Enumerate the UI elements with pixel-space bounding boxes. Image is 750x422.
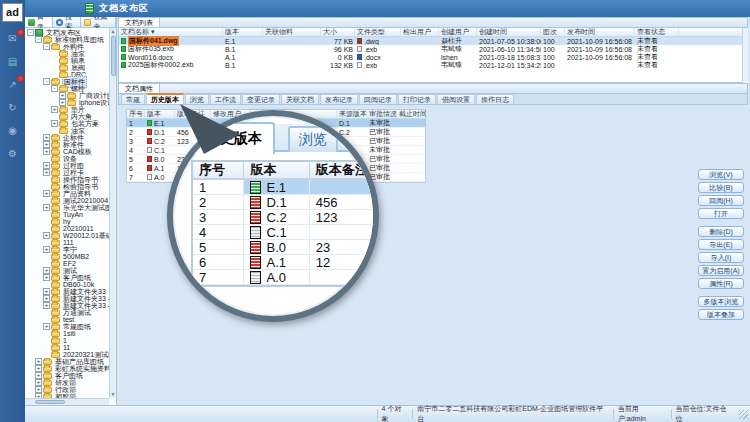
expand-icon[interactable]: + (43, 134, 50, 141)
scrollbar-thumb[interactable] (111, 36, 116, 76)
action-button-导入[interactable]: 导入(I) (698, 252, 744, 263)
expand-icon[interactable]: + (35, 372, 42, 379)
collapse-icon[interactable]: - (43, 78, 50, 85)
expand-icon[interactable]: + (43, 267, 50, 274)
expand-icon[interactable]: + (43, 288, 50, 295)
column-header[interactable]: 文档名称▾ (119, 28, 223, 36)
expand-icon[interactable]: + (43, 148, 50, 155)
expand-icon[interactable]: + (43, 169, 50, 176)
column-header[interactable]: 图次 (541, 28, 565, 36)
column-header[interactable]: 创建用户 (439, 28, 477, 36)
column-header[interactable]: 文件类型 (355, 28, 401, 36)
chart-icon[interactable]: ↗ (5, 78, 20, 91)
tree-vertical-scrollbar[interactable]: ▲ ▼ (109, 28, 116, 398)
scroll-down-icon[interactable]: ▼ (111, 391, 116, 397)
column-header[interactable]: 序号 (127, 110, 145, 118)
tree-item[interactable]: DRC (25, 71, 109, 78)
action-button-多版本浏览[interactable]: 多版本浏览 (698, 296, 744, 307)
tree-item[interactable]: 1 (25, 337, 109, 344)
scroll-up-icon[interactable]: ▲ (111, 28, 116, 34)
expand-icon[interactable]: + (35, 365, 42, 372)
tab-历史版本[interactable]: 历史版本 (146, 93, 184, 104)
expand-icon[interactable]: + (43, 162, 50, 169)
column-header[interactable]: 审批情况 (367, 110, 397, 118)
tab-借阅设置[interactable]: 借阅设置 (437, 94, 475, 104)
tree-item[interactable]: -国标件 (25, 78, 109, 85)
tab-打印记录[interactable]: 打印记录 (398, 94, 436, 104)
column-header[interactable]: 版本 (145, 110, 175, 118)
tree-item[interactable]: 1siti (25, 330, 109, 337)
tree-horizontal-scrollbar[interactable] (25, 398, 109, 405)
collapse-icon[interactable]: - (43, 43, 50, 50)
expand-icon[interactable]: + (59, 92, 66, 99)
sync-icon[interactable]: ↻ (5, 101, 20, 114)
tree-item[interactable]: 油泵 (25, 50, 109, 57)
column-header[interactable]: 来源版本 (337, 110, 367, 118)
collapse-icon[interactable]: - (35, 36, 42, 43)
column-header[interactable]: 版本 (223, 28, 263, 36)
tree-item[interactable]: +李宁 (25, 246, 109, 253)
tab-document-list[interactable]: 文档列表 (119, 18, 160, 27)
tab-发布记录[interactable]: 发布记录 (320, 94, 358, 104)
column-header[interactable]: 检出用户 (401, 28, 439, 36)
expand-icon[interactable]: + (43, 190, 50, 197)
tab-工作流[interactable]: 工作流 (210, 94, 241, 104)
collapse-icon[interactable]: - (27, 29, 34, 36)
tree-item[interactable]: +客户图纸 (25, 274, 109, 281)
action-button-回阅[interactable]: 回阅(H) (698, 195, 744, 206)
column-header[interactable]: 截止时间 (397, 110, 427, 118)
tab-常规[interactable]: 常规 (121, 94, 145, 104)
column-header[interactable]: 发布时间 (565, 28, 635, 36)
expand-icon[interactable]: + (43, 232, 50, 239)
tree-item[interactable]: 底阀 (25, 64, 109, 71)
action-button-打开[interactable]: 打开 (698, 208, 744, 219)
expand-icon[interactable]: + (51, 106, 58, 113)
tree-item[interactable]: 500MB2 (25, 253, 109, 260)
action-button-比较[interactable]: 比较(B) (698, 182, 744, 193)
tab-变更记录[interactable]: 变更记录 (242, 94, 280, 104)
tab-回阅记录[interactable]: 回阅记录 (359, 94, 397, 104)
tree-item[interactable]: +乐光华大测试图纸 (25, 204, 109, 211)
tree-item[interactable]: hy (25, 218, 109, 225)
gear-icon[interactable]: ⚙ (5, 147, 20, 160)
column-header[interactable]: 创建时间 (477, 28, 541, 36)
tree-item[interactable]: 轴承 (25, 57, 109, 64)
action-button-属性[interactable]: 属性(R) (698, 278, 744, 289)
tab-document-properties[interactable]: 文档属性 (119, 84, 160, 93)
action-button-置为启用[interactable]: 置为启用(A) (698, 265, 744, 276)
users-icon[interactable]: ◉ (5, 124, 20, 137)
expand-icon[interactable]: + (43, 295, 50, 302)
collapse-icon[interactable]: - (51, 85, 58, 92)
tree-item[interactable]: +iphone设计模板 (25, 99, 109, 106)
action-button-版本叠加[interactable]: 版本叠加 (698, 309, 744, 320)
expand-icon[interactable]: + (35, 358, 42, 365)
column-header[interactable]: 关联物料 (263, 28, 321, 36)
tab-浏览[interactable]: 浏览 (185, 94, 209, 104)
tree-item[interactable]: +W20012.01基础 (25, 232, 109, 239)
expand-icon[interactable]: + (35, 379, 42, 386)
column-header[interactable]: 大小 (321, 28, 355, 36)
scrollbar-thumb[interactable] (35, 400, 65, 404)
panel-tab-directory[interactable]: 目录 (25, 17, 53, 27)
tab-关联文档[interactable]: 关联文档 (281, 94, 319, 104)
panel-tab-search[interactable]: 搜索 (53, 17, 81, 27)
folder-icon[interactable]: ▤ (5, 55, 20, 68)
expand-icon[interactable]: + (35, 386, 42, 393)
expand-icon[interactable]: + (43, 302, 50, 309)
column-header[interactable]: 查看状态 (635, 28, 679, 36)
action-button-导出[interactable]: 导出(E) (698, 239, 744, 250)
tab-操作日志[interactable]: 操作日志 (476, 94, 514, 104)
table-row[interactable]: 2025国标件0002.exbB.1132 KB.exb韦斌臻2021-12-0… (119, 61, 747, 69)
action-button-浏览[interactable]: 浏览(V) (698, 169, 744, 180)
expand-icon[interactable]: + (43, 246, 50, 253)
chat-icon[interactable]: ✉ (5, 32, 20, 45)
panel-tab-favorites[interactable]: 收藏夹 (81, 17, 116, 27)
tree-item[interactable]: +常规图纸 (25, 323, 109, 330)
expand-icon[interactable]: + (43, 274, 50, 281)
list-vertical-scrollbar[interactable] (742, 28, 748, 83)
action-button-删除[interactable]: 删除(D) (698, 226, 744, 237)
expand-icon[interactable]: + (51, 120, 58, 127)
expand-icon[interactable]: + (43, 323, 50, 330)
tree-item[interactable]: +包装方案 (25, 120, 109, 127)
resize-grip-icon[interactable] (739, 410, 748, 419)
